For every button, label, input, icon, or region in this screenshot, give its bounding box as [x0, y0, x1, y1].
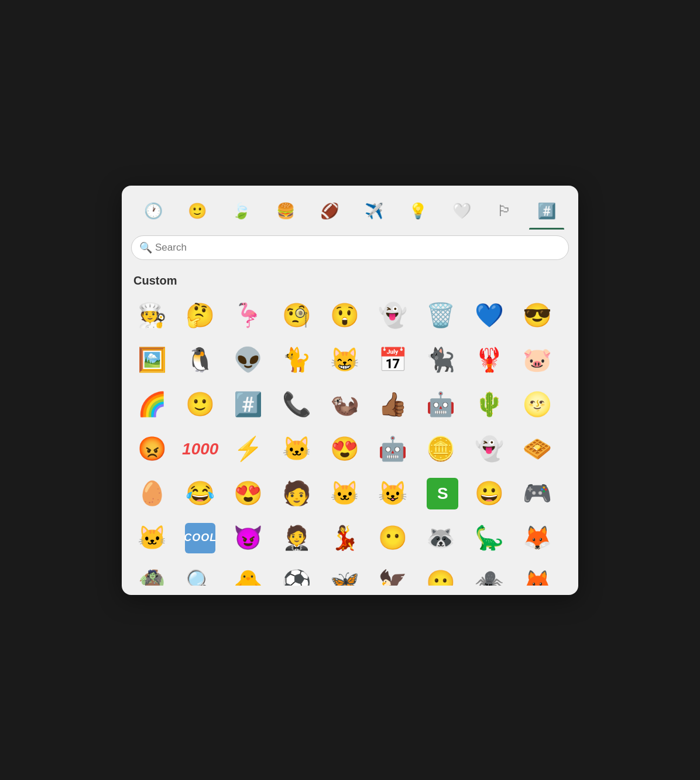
emoji-cell[interactable]: 🧑 — [276, 473, 318, 515]
emoji-cell[interactable]: 😍 — [324, 428, 366, 470]
search-icon: 🔍 — [139, 241, 152, 254]
emoji-cell[interactable]: 🐈 — [276, 339, 318, 381]
emoji-cell[interactable]: 🦦 — [324, 384, 366, 426]
emoji-cell[interactable]: 📅 — [372, 339, 414, 381]
emoji-cell[interactable]: 🦅 — [372, 562, 414, 586]
emoji-cell[interactable]: 🦝 — [420, 517, 462, 559]
category-tabs: 🕐 🙂 🍃 🍔 🏈 ✈️ 💡 🤍 🏳 #️⃣ — [131, 195, 569, 230]
emoji-cell[interactable]: 😶 — [372, 517, 414, 559]
emoji-cell[interactable]: 🦊 — [516, 562, 558, 586]
tab-smileys[interactable]: 🙂 — [184, 200, 210, 223]
emoji-cell[interactable]: 😀 — [468, 473, 510, 515]
emoji-cell[interactable]: 😈 — [227, 517, 269, 559]
emoji-cell[interactable]: 😲 — [324, 295, 366, 337]
emoji-cell[interactable]: 🦩 — [227, 295, 269, 337]
emoji-cell[interactable]: 💙 — [468, 295, 510, 337]
tab-symbols[interactable]: 🤍 — [449, 200, 475, 223]
emoji-cell[interactable]: ⚽ — [276, 562, 318, 586]
emoji-cell[interactable]: 🐱 — [324, 473, 366, 515]
emoji-cell[interactable]: 🦕 — [468, 517, 510, 559]
emoji-cell[interactable]: 👍🏾 — [372, 384, 414, 426]
emoji-cell[interactable]: 😺 — [372, 473, 414, 515]
emoji-cell[interactable]: 🐱 — [276, 428, 318, 470]
emoji-cell[interactable]: 🐈‍⬛ — [420, 339, 462, 381]
emoji-cell[interactable]: 🧇 — [516, 428, 558, 470]
emoji-cell[interactable]: ⚡ — [227, 428, 269, 470]
emoji-cell[interactable]: 😎 — [516, 295, 558, 337]
emoji-cell[interactable]: 🙂 — [179, 384, 221, 426]
tab-objects[interactable]: 💡 — [405, 200, 431, 223]
emoji-cell[interactable]: COOL — [179, 517, 221, 559]
emoji-cell[interactable]: 👽 — [227, 339, 269, 381]
emoji-cell[interactable]: 🪙 — [420, 428, 462, 470]
emoji-cell[interactable]: 🖼️ — [131, 339, 173, 381]
tab-food[interactable]: 🍔 — [273, 200, 298, 223]
main-content[interactable]: Custom 🧑‍🍳 🤔 🦩 🧐 😲 👻 🗑️ 💙 😎 🖼️ 🐧 👽 🐈 😸 📅… — [131, 269, 569, 586]
emoji-picker: 🕐 🙂 🍃 🍔 🏈 ✈️ 💡 🤍 🏳 #️⃣ 🔍 Custom 🧑‍🍳 🤔 🦩 … — [122, 186, 578, 595]
emoji-cell[interactable]: 😸 — [324, 339, 366, 381]
search-bar: 🔍 — [131, 235, 569, 260]
tab-flags[interactable]: 🏳 — [493, 200, 516, 223]
emoji-cell[interactable]: 🤔 — [179, 295, 221, 337]
emoji-cell[interactable]: 🦞 — [468, 339, 510, 381]
emoji-cell[interactable]: 😂 — [179, 473, 221, 515]
emoji-cell[interactable]: 😡 — [131, 428, 173, 470]
emoji-cell[interactable]: 🤵 — [276, 517, 318, 559]
emoji-cell[interactable]: 🐷 — [516, 339, 558, 381]
emoji-cell[interactable]: 🎮 — [516, 473, 558, 515]
emoji-cell[interactable]: 🧑‍🍳 — [131, 295, 173, 337]
emoji-cell[interactable]: 🌵 — [468, 384, 510, 426]
cool-badge[interactable]: COOL — [185, 523, 215, 553]
emoji-cell[interactable]: 😐 — [420, 562, 462, 586]
emoji-cell[interactable]: 👻 — [372, 295, 414, 337]
tab-custom[interactable]: #️⃣ — [534, 200, 560, 223]
emoji-cell[interactable]: 🐧 — [179, 339, 221, 381]
emoji-cell[interactable]: 🌝 — [516, 384, 558, 426]
emoji-cell[interactable]: 1000 — [179, 428, 221, 470]
search-input[interactable] — [131, 235, 569, 260]
emoji-cell[interactable]: 🧐 — [276, 295, 318, 337]
emoji-cell[interactable]: 😍 — [227, 473, 269, 515]
emoji-cell[interactable]: S — [427, 478, 458, 509]
tab-travel[interactable]: ✈️ — [361, 200, 387, 223]
tab-nature[interactable]: 🍃 — [228, 200, 254, 223]
search-container: 🔍 — [131, 235, 569, 260]
emoji-cell[interactable]: 🦋 — [324, 562, 366, 586]
emoji-cell[interactable]: 🤖 — [420, 384, 462, 426]
custom-section-label: Custom — [131, 274, 567, 288]
emoji-cell[interactable]: 🔍 — [179, 562, 221, 586]
active-tab-indicator — [529, 228, 564, 230]
emoji-cell[interactable]: 🐱 — [131, 517, 173, 559]
emoji-cell[interactable]: 🕷️ — [468, 562, 510, 586]
emoji-cell[interactable]: 🌈 — [131, 384, 173, 426]
emoji-cell[interactable]: 🥚 — [131, 473, 173, 515]
emoji-cell[interactable]: 📞 — [276, 384, 318, 426]
emoji-cell[interactable]: 🦊 — [516, 517, 558, 559]
emoji-cell[interactable]: 🤖 — [372, 428, 414, 470]
emoji-cell[interactable]: 💃 — [324, 517, 366, 559]
emoji-grid: 🧑‍🍳 🤔 🦩 🧐 😲 👻 🗑️ 💙 😎 🖼️ 🐧 👽 🐈 😸 📅 🐈‍⬛ 🦞 … — [131, 295, 567, 586]
emoji-cell[interactable]: 🗑️ — [420, 295, 462, 337]
emoji-cell[interactable]: 👻 — [468, 428, 510, 470]
emoji-cell[interactable]: 🐥 — [227, 562, 269, 586]
tab-recent[interactable]: 🕐 — [140, 200, 166, 223]
emoji-cell[interactable]: #️⃣ — [227, 384, 269, 426]
tab-activity[interactable]: 🏈 — [317, 200, 342, 223]
emoji-cell[interactable]: 🧌 — [131, 562, 173, 586]
